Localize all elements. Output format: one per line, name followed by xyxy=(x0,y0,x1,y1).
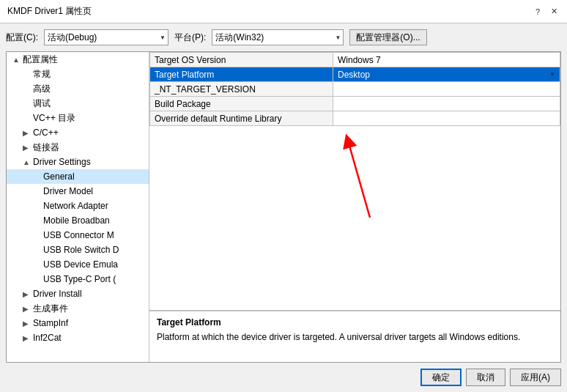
tree-item-driver-install[interactable]: ▶Driver Install xyxy=(7,286,149,301)
config-select[interactable]: 活动(Debug) xyxy=(44,29,168,45)
prop-name-cell-0: Target OS Version xyxy=(150,53,333,67)
tree-expander-pei: ▲ xyxy=(12,56,23,64)
dropdown-arrow-icon[interactable]: ▼ xyxy=(549,71,555,78)
dialog-title: KMDF Driver1 属性页 xyxy=(7,5,92,18)
tree-item-usb-role-switch[interactable]: USB Role Switch D xyxy=(7,243,149,257)
tree-expander-driver-install: ▶ xyxy=(23,290,33,298)
bottom-buttons-row: 确定 取消 应用(A) xyxy=(6,363,561,386)
tree-label-usb-typec: USB Type-C Port ( xyxy=(43,274,116,284)
apply-button[interactable]: 应用(A) xyxy=(510,369,561,386)
toolbar-row: 配置(C): 活动(Debug) 平台(P): 活动(Win32) 配置管理器(… xyxy=(6,29,561,45)
tree-label-usb-device-emula: USB Device Emula xyxy=(43,259,118,270)
tree-label-stampinf: StampInf xyxy=(33,318,68,328)
tree-label-linker: 链接器 xyxy=(33,141,59,154)
config-select-wrapper: 活动(Debug) xyxy=(44,29,168,45)
tree-item-debug[interactable]: 调试 xyxy=(7,96,149,111)
tree-panel: ▲配置属性常规高级调试VC++ 目录▶C/C++▶链接器▲Driver Sett… xyxy=(7,52,149,362)
red-arrow-annotation xyxy=(341,133,385,221)
config-label: 配置(C): xyxy=(6,32,38,44)
prop-name-cell-4: Override default Runtime Library xyxy=(150,111,333,126)
cancel-button[interactable]: 取消 xyxy=(466,369,505,386)
tree-label-advanced: 高级 xyxy=(33,83,51,95)
annotation-area xyxy=(149,126,560,199)
ok-button[interactable]: 确定 xyxy=(420,369,462,386)
prop-value-cell-0: Windows 7 xyxy=(333,53,560,67)
prop-value-cell-1[interactable]: Desktop▼ xyxy=(333,67,560,82)
right-panel: Target OS VersionWindows 7Target Platfor… xyxy=(149,52,560,362)
help-button[interactable]: ? xyxy=(532,6,544,18)
tree-item-usb-typec[interactable]: USB Type-C Port ( xyxy=(7,272,149,286)
tree-item-stampinf[interactable]: ▶StampInf xyxy=(7,316,149,330)
tree-item-advanced[interactable]: 高级 xyxy=(7,81,149,96)
tree-label-usb-role-switch: USB Role Switch D xyxy=(43,245,119,255)
title-bar: KMDF Driver1 属性页 ? ✕ xyxy=(0,0,567,23)
prop-name-cell-3: Build Package xyxy=(150,97,333,111)
tree-label-vc-dir: VC++ 目录 xyxy=(33,112,75,125)
platform-select[interactable]: 活动(Win32) xyxy=(212,29,344,45)
tree-item-network-adapter[interactable]: Network Adapter xyxy=(7,199,149,213)
tree-item-events[interactable]: ▶生成事件 xyxy=(7,301,149,316)
tree-label-events: 生成事件 xyxy=(33,303,68,315)
tree-label-general: General xyxy=(43,171,75,182)
properties-tbody: Target OS VersionWindows 7Target Platfor… xyxy=(150,53,560,126)
tree-item-driver-settings[interactable]: ▲Driver Settings xyxy=(7,155,149,169)
tree-label-network-adapter: Network Adapter xyxy=(43,201,108,211)
prop-row-0[interactable]: Target OS VersionWindows 7 xyxy=(150,53,560,67)
tree-item-mobile-broadband[interactable]: Mobile Broadban xyxy=(7,213,149,228)
tree-container: ▲配置属性常规高级调试VC++ 目录▶C/C++▶链接器▲Driver Sett… xyxy=(7,52,149,345)
tree-scroll-container: ▲配置属性常规高级调试VC++ 目录▶C/C++▶链接器▲Driver Sett… xyxy=(7,52,149,362)
tree-expander-linker: ▶ xyxy=(23,144,33,152)
prop-row-2[interactable]: _NT_TARGET_VERSION xyxy=(150,82,560,97)
prop-row-3[interactable]: Build Package xyxy=(150,97,560,111)
tree-label-cpp: C/C++ xyxy=(33,127,59,138)
tree-expander-inf2cat: ▶ xyxy=(23,334,33,342)
tree-item-general[interactable]: General xyxy=(7,169,149,184)
prop-name-cell-2: _NT_TARGET_VERSION xyxy=(150,82,333,97)
close-button[interactable]: ✕ xyxy=(548,6,560,18)
tree-label-driver-settings: Driver Settings xyxy=(33,157,91,167)
tree-label-driver-model: Driver Model xyxy=(43,186,93,196)
description-text: Platform at which the device driver is t… xyxy=(157,330,553,344)
prop-value-cell-2 xyxy=(333,82,560,97)
tree-label-inf2cat: Inf2Cat xyxy=(33,333,62,343)
tree-label-mobile-broadband: Mobile Broadban xyxy=(43,215,110,226)
tree-label-driver-install: Driver Install xyxy=(33,289,82,299)
tree-expander-events: ▶ xyxy=(23,305,33,313)
prop-name-cell-1: Target Platform xyxy=(150,67,333,82)
tree-label-normal: 常规 xyxy=(33,68,51,81)
tree-item-driver-model[interactable]: Driver Model xyxy=(7,184,149,199)
platform-label: 平台(P): xyxy=(174,32,206,44)
tree-expander-cpp: ▶ xyxy=(23,129,33,137)
platform-select-wrapper: 活动(Win32) xyxy=(212,29,344,45)
properties-table-area: Target OS VersionWindows 7Target Platfor… xyxy=(149,52,560,311)
description-area: Target Platform Platform at which the de… xyxy=(149,311,560,362)
tree-item-pei[interactable]: ▲配置属性 xyxy=(7,52,149,67)
dropdown-value-wrapper: Desktop▼ xyxy=(338,70,555,80)
prop-row-4[interactable]: Override default Runtime Library xyxy=(150,111,560,126)
content-area: ▲配置属性常规高级调试VC++ 目录▶C/C++▶链接器▲Driver Sett… xyxy=(6,51,561,363)
prop-value-cell-4 xyxy=(333,111,560,126)
properties-table: Target OS VersionWindows 7Target Platfor… xyxy=(149,52,560,126)
tree-item-linker[interactable]: ▶链接器 xyxy=(7,140,149,155)
dialog-body: 配置(C): 活动(Debug) 平台(P): 活动(Win32) 配置管理器(… xyxy=(0,23,567,392)
tree-expander-stampinf: ▶ xyxy=(23,319,33,328)
config-manager-button[interactable]: 配置管理器(O)... xyxy=(349,29,426,45)
svg-line-1 xyxy=(348,141,370,218)
tree-label-debug: 调试 xyxy=(33,97,51,110)
tree-label-usb-connector: USB Connector M xyxy=(43,230,114,240)
tree-item-usb-device-emula[interactable]: USB Device Emula xyxy=(7,257,149,272)
tree-item-normal[interactable]: 常规 xyxy=(7,67,149,81)
description-title: Target Platform xyxy=(157,317,553,328)
dropdown-value-text: Desktop xyxy=(338,70,370,80)
tree-label-pei: 配置属性 xyxy=(23,53,58,66)
tree-expander-driver-settings: ▲ xyxy=(23,158,33,166)
prop-value-cell-3 xyxy=(333,97,560,111)
prop-row-1[interactable]: Target PlatformDesktop▼ xyxy=(150,67,560,82)
title-bar-controls: ? ✕ xyxy=(532,6,560,18)
tree-item-inf2cat[interactable]: ▶Inf2Cat xyxy=(7,330,149,345)
tree-item-vc-dir[interactable]: VC++ 目录 xyxy=(7,111,149,125)
tree-item-cpp[interactable]: ▶C/C++ xyxy=(7,125,149,140)
tree-item-usb-connector[interactable]: USB Connector M xyxy=(7,228,149,243)
